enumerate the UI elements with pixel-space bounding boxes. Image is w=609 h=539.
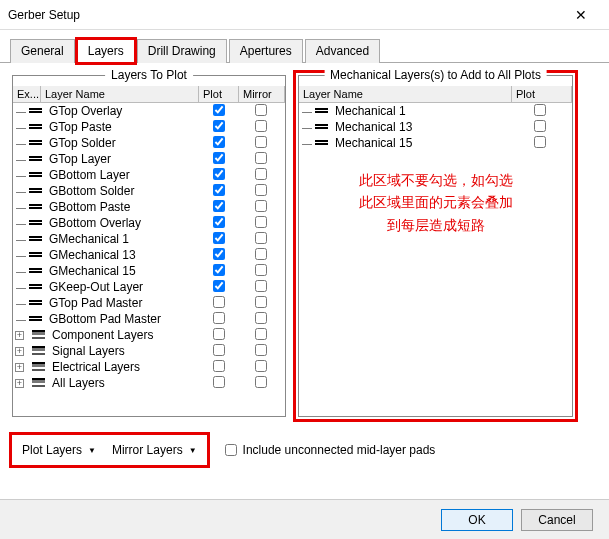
plot-checkbox[interactable] [213,248,225,260]
layer-row[interactable]: —GBottom Overlay [13,215,285,231]
include-unconnected-row[interactable]: Include unconnected mid-layer pads [225,443,436,457]
collapse-icon[interactable]: — [301,137,313,149]
layer-row[interactable]: —GBottom Pad Master [13,311,285,327]
layer-row[interactable]: —GTop Paste [13,119,285,135]
plot-checkbox[interactable] [213,296,225,308]
plot-checkbox[interactable] [213,232,225,244]
collapse-icon[interactable]: — [15,201,27,213]
cancel-button[interactable]: Cancel [521,509,593,531]
layer-row[interactable]: —GKeep-Out Layer [13,279,285,295]
layer-row[interactable]: —GTop Pad Master [13,295,285,311]
col-layer-name[interactable]: Layer Name [41,86,199,102]
mech-layer-row[interactable]: —Mechanical 13 [299,119,572,135]
col-mech-name[interactable]: Layer Name [299,86,512,102]
mirror-checkbox[interactable] [255,184,267,196]
mirror-checkbox[interactable] [255,248,267,260]
col-expand[interactable]: Ex... [13,86,41,102]
mirror-checkbox[interactable] [255,232,267,244]
ok-button[interactable]: OK [441,509,513,531]
plot-checkbox[interactable] [213,376,225,388]
expand-icon[interactable]: + [15,331,24,340]
layer-row[interactable]: —GBottom Paste [13,199,285,215]
collapse-icon[interactable]: — [301,121,313,133]
mirror-checkbox[interactable] [255,280,267,292]
plot-checkbox[interactable] [213,136,225,148]
mirror-checkbox[interactable] [255,264,267,276]
annotation-line-2: 此区域里面的元素会叠加 [299,191,572,213]
mech-plot-checkbox[interactable] [534,120,546,132]
tab-advanced[interactable]: Advanced [305,39,380,63]
mech-plot-checkbox[interactable] [534,104,546,116]
layer-row[interactable]: —GTop Overlay [13,103,285,119]
plot-checkbox[interactable] [213,120,225,132]
collapse-icon[interactable]: — [15,233,27,245]
plot-checkbox[interactable] [213,216,225,228]
tab-general[interactable]: General [10,39,75,63]
mirror-checkbox[interactable] [255,168,267,180]
plot-checkbox[interactable] [213,184,225,196]
collapse-icon[interactable]: — [15,265,27,277]
collapse-icon[interactable]: — [15,297,27,309]
tab-drill-drawing[interactable]: Drill Drawing [137,39,227,63]
mirror-checkbox[interactable] [255,296,267,308]
mirror-checkbox[interactable] [255,328,267,340]
plot-checkbox[interactable] [213,328,225,340]
collapse-icon[interactable]: — [15,217,27,229]
layer-group-row[interactable]: +All Layers [13,375,285,391]
collapse-icon[interactable]: — [15,185,27,197]
mirror-checkbox[interactable] [255,216,267,228]
layer-group-row[interactable]: +Component Layers [13,327,285,343]
plot-checkbox[interactable] [213,344,225,356]
collapse-icon[interactable]: — [15,121,27,133]
mirror-checkbox[interactable] [255,360,267,372]
collapse-icon[interactable]: — [15,313,27,325]
mech-layer-row[interactable]: —Mechanical 15 [299,135,572,151]
mech-layer-row[interactable]: —Mechanical 1 [299,103,572,119]
collapse-icon[interactable]: — [15,153,27,165]
collapse-icon[interactable]: — [15,137,27,149]
layer-row[interactable]: —GBottom Solder [13,183,285,199]
plot-checkbox[interactable] [213,360,225,372]
plot-checkbox[interactable] [213,104,225,116]
collapse-icon[interactable]: — [15,281,27,293]
layer-row[interactable]: —GMechanical 15 [13,263,285,279]
mirror-checkbox[interactable] [255,200,267,212]
layer-row[interactable]: —GMechanical 1 [13,231,285,247]
include-unconnected-checkbox[interactable] [225,444,237,456]
plot-checkbox[interactable] [213,264,225,276]
collapse-icon[interactable]: — [15,105,27,117]
plot-checkbox[interactable] [213,152,225,164]
mirror-checkbox[interactable] [255,120,267,132]
collapse-icon[interactable]: — [15,169,27,181]
mirror-checkbox[interactable] [255,344,267,356]
layer-group-row[interactable]: +Signal Layers [13,343,285,359]
mirror-layers-dropdown[interactable]: Mirror Layers ▼ [110,440,199,460]
layer-group-row[interactable]: +Electrical Layers [13,359,285,375]
expand-icon[interactable]: + [15,379,24,388]
tab-layers[interactable]: Layers [77,39,135,63]
mirror-checkbox[interactable] [255,312,267,324]
plot-checkbox[interactable] [213,168,225,180]
mirror-checkbox[interactable] [255,104,267,116]
col-mech-plot[interactable]: Plot [512,86,572,102]
mech-plot-checkbox[interactable] [534,136,546,148]
col-mirror[interactable]: Mirror [239,86,285,102]
mirror-checkbox[interactable] [255,136,267,148]
expand-icon[interactable]: + [15,347,24,356]
plot-checkbox[interactable] [213,280,225,292]
plot-checkbox[interactable] [213,312,225,324]
plot-layers-dropdown[interactable]: Plot Layers ▼ [20,440,98,460]
mirror-checkbox[interactable] [255,152,267,164]
expand-icon[interactable]: + [15,363,24,372]
close-button[interactable]: ✕ [561,1,601,29]
collapse-icon[interactable]: — [15,249,27,261]
collapse-icon[interactable]: — [301,105,313,117]
layer-row[interactable]: —GMechanical 13 [13,247,285,263]
tab-apertures[interactable]: Apertures [229,39,303,63]
mirror-checkbox[interactable] [255,376,267,388]
col-plot[interactable]: Plot [199,86,239,102]
layer-row[interactable]: —GBottom Layer [13,167,285,183]
layer-row[interactable]: —GTop Solder [13,135,285,151]
layer-row[interactable]: —GTop Layer [13,151,285,167]
plot-checkbox[interactable] [213,200,225,212]
